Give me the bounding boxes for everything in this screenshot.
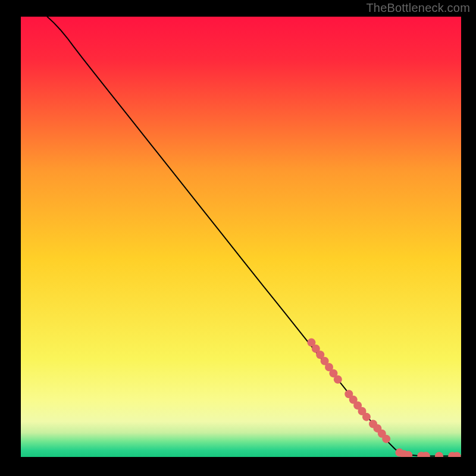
chart-svg <box>21 17 461 457</box>
marker-dot <box>382 435 390 443</box>
watermark-text: TheBottleneck.com <box>366 1 470 15</box>
marker-dot <box>334 375 342 384</box>
plot-area <box>21 17 461 457</box>
chart-frame: TheBottleneck.com <box>0 0 476 476</box>
gradient-background <box>21 17 461 457</box>
marker-dot <box>362 413 371 421</box>
